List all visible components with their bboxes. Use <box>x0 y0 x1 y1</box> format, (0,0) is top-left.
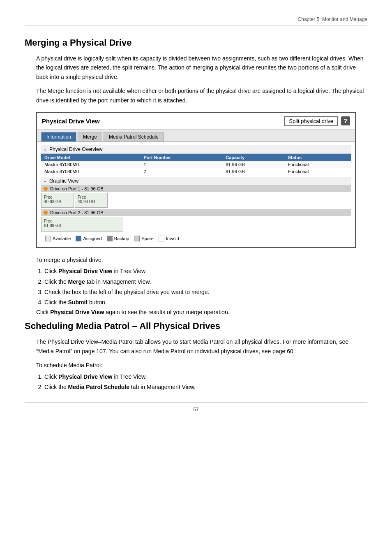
legend-invalid: Invalid <box>159 236 179 241</box>
drive-port1-header: Drive on Port 1 - 81.96 GB <box>41 185 351 192</box>
patrol-step1: Click Physical Drive View in Tree View. <box>44 372 367 382</box>
table-cell-port: 1 <box>140 161 222 168</box>
legend-backup-box <box>107 236 113 241</box>
chevron-icon: ⌄ <box>44 147 47 151</box>
drive-port1-block1-label: Free <box>44 195 71 199</box>
patrol-steps: To schedule Media Patrol: Click Physical… <box>36 361 367 392</box>
merge-step4: Click the Submit button. <box>44 297 367 308</box>
legend-assigned: Assigned <box>76 236 101 241</box>
tab-merge[interactable]: Merge <box>78 132 102 141</box>
merge-steps-intro: To merge a physical drive: <box>36 255 367 264</box>
merge-step4-bold: Submit <box>68 299 88 306</box>
chapter-header: Chapter 5: Monitor and Manage <box>25 16 367 26</box>
patrol-step2: Click the Media Patrol Schedule tab in M… <box>44 382 367 392</box>
table-cell-model: Maxtor 6Y080M0 <box>41 168 140 175</box>
chapter-title-text: Chapter 5: Monitor and Manage <box>298 16 367 22</box>
drive-port2-block1-label: Free <box>44 219 120 223</box>
drive-port1-block2: Free 40.93 GB <box>75 193 108 208</box>
section1-para2: The Merge function is not available when… <box>36 86 367 105</box>
drive-port2-header: Drive on Port 2 - 81.96 GB <box>41 209 351 216</box>
legend-spare-label: Spare <box>141 236 153 241</box>
drive-port1-block2-label: Free <box>78 195 105 199</box>
graphic-view: ⌄ Graphic View Drive on Port 1 - 81.96 G… <box>41 177 351 244</box>
drive-port2-block1-size: 81.89 GB <box>44 223 120 228</box>
drive-port2-dot <box>44 211 48 215</box>
patrol-step1-bold: Physical Drive View <box>58 373 112 380</box>
merge-step1: Click Physical Drive View in Tree View. <box>44 266 367 276</box>
drive-port1-blocks: Free 40.93 GB Free 40.93 GB <box>41 193 351 208</box>
merge-steps-list: Click Physical Drive View in Tree View. … <box>44 266 367 308</box>
table-cell-model: Maxtor 6Y080M0 <box>41 161 140 168</box>
ui-content: ⌄ Physical Drive Overview Drive Model Po… <box>37 142 355 247</box>
drive-table: Drive Model Port Number Capacity Status … <box>41 154 351 175</box>
drive-port1-dot <box>44 187 48 191</box>
table-row: Maxtor 6Y080M0181.96 GBFunctional <box>41 161 351 168</box>
col-status: Status <box>284 154 351 161</box>
drive-port1-block1: Free 40.93 GB <box>41 193 74 208</box>
patrol-steps-intro: To schedule Media Patrol: <box>36 361 367 370</box>
col-capacity: Capacity <box>222 154 284 161</box>
patrol-steps-list: Click Physical Drive View in Tree View. … <box>44 372 367 392</box>
drive-table-container: Drive Model Port Number Capacity Status … <box>41 154 351 175</box>
legend-assigned-box <box>76 236 81 241</box>
table-cell-capacity: 81.96 GB <box>222 161 284 168</box>
tab-information[interactable]: Information <box>41 132 76 141</box>
ui-tabs: Information Merge Media Patrol Schedule <box>37 130 355 142</box>
drive-port1-label: Drive on Port 1 - 81.96 GB <box>50 186 104 191</box>
table-row: Maxtor 6Y080M0281.96 GBFunctional <box>41 168 351 175</box>
drive-port1-row: Drive on Port 1 - 81.96 GB Free 40.93 GB… <box>41 185 351 208</box>
help-button[interactable]: ? <box>341 116 350 125</box>
table-cell-status: Functional <box>284 168 351 175</box>
legend-available-box <box>45 236 51 241</box>
table-header-row: Drive Model Port Number Capacity Status <box>41 154 351 161</box>
merge-steps: To merge a physical drive: Click Physica… <box>36 255 367 317</box>
page-footer: 57 <box>25 402 367 412</box>
section1-para1: A physical drive is logically split when… <box>36 54 367 81</box>
merge-click-note-bold: Physical Drive View <box>50 309 104 315</box>
legend-spare: Spare <box>134 236 153 241</box>
merge-click-note: Click Physical Drive View again to see t… <box>36 308 367 317</box>
merge-step3: Check the box to the left of the physica… <box>44 287 367 297</box>
legend-available: Available <box>45 236 71 241</box>
drive-port2-blocks: Free 81.89 GB <box>41 217 351 232</box>
legend-backup-label: Backup <box>114 236 129 241</box>
drive-port1-block1-size: 40.93 GB <box>44 199 71 204</box>
merge-step2-bold: Merge <box>68 278 85 285</box>
merge-step2: Click the Merge tab in Management View. <box>44 277 367 287</box>
page-number: 57 <box>193 407 198 412</box>
legend-spare-box <box>134 236 140 241</box>
section2-para1: The Physical Drive View–Media Patrol tab… <box>36 337 367 356</box>
ui-title: Physical Drive View <box>42 118 100 125</box>
graphic-view-header: ⌄ Graphic View <box>41 177 351 185</box>
legend-invalid-label: Invalid <box>166 236 179 241</box>
merge-step1-bold: Physical Drive View <box>58 268 112 274</box>
graphic-chevron-icon: ⌄ <box>44 178 47 183</box>
legend-row: Available Assigned Backup Spare <box>41 233 351 244</box>
drive-port1-block2-size: 40.93 GB <box>78 199 105 204</box>
drive-table-body: Maxtor 6Y080M0181.96 GBFunctionalMaxtor … <box>41 161 351 175</box>
graphic-view-label: Graphic View <box>49 178 78 184</box>
legend-backup: Backup <box>107 236 129 241</box>
patrol-step2-bold: Media Patrol Schedule <box>68 384 129 390</box>
section2-title: Scheduling Media Patrol – All Physical D… <box>25 321 367 331</box>
section1-title: Merging a Physical Drive <box>25 37 367 48</box>
physical-overview-header: ⌄ Physical Drive Overview <box>41 145 351 154</box>
split-physical-drive-label: Split physical drive <box>284 116 338 126</box>
col-drive-model: Drive Model <box>41 154 140 161</box>
split-label-area: Split physical drive ? <box>284 116 350 126</box>
legend-available-label: Available <box>53 236 71 241</box>
table-cell-capacity: 81.96 GB <box>222 168 284 175</box>
col-port-number: Port Number <box>140 154 222 161</box>
drive-port2-row: Drive on Port 2 - 81.96 GB Free 81.89 GB <box>41 209 351 232</box>
physical-overview-label: Physical Drive Overview <box>49 146 102 152</box>
table-cell-port: 2 <box>140 168 222 175</box>
legend-assigned-label: Assigned <box>83 236 101 241</box>
ui-screenshot-box: Physical Drive View Split physical drive… <box>36 112 356 248</box>
legend-invalid-box <box>159 236 164 241</box>
drive-port2-block1: Free 81.89 GB <box>41 217 123 232</box>
tab-media-patrol[interactable]: Media Patrol Schedule <box>104 132 164 141</box>
drive-port2-label: Drive on Port 2 - 81.96 GB <box>50 210 104 215</box>
table-cell-status: Functional <box>284 161 351 168</box>
ui-title-bar: Physical Drive View Split physical drive… <box>37 113 355 130</box>
